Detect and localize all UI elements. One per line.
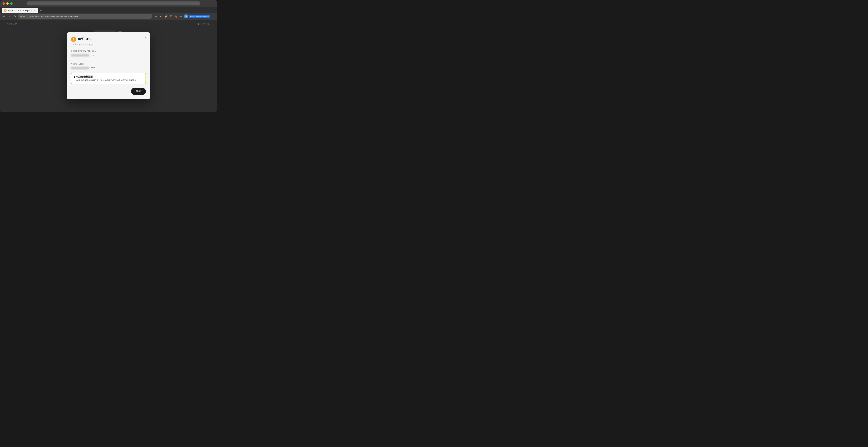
extension-icon-3[interactable]: 🔖 [174,14,178,19]
continue-button[interactable]: 继续 [131,88,146,95]
section1-label-text: 您将支付 477 AUD 购买 [73,50,96,53]
address-bar[interactable]: 🔒 okx.com/zh-hans/buy-BTC/offer-AUD-477?… [18,14,152,19]
bookmark-icon[interactable]: ★ [159,14,163,19]
mac-addressbar [27,1,200,5]
buy-btc-dialog: ₿ 购买 BTC × * 汇率可能含有实时波动 您将支付 477 AUD 购买 … [67,32,150,99]
active-tab[interactable]: ₿ 购买 BTC | BTC-AUD | 欧易 × [2,8,38,13]
dialog-section-pay: 您将支付 477 AUD 购买 USDT [71,50,146,57]
section1-currency: USDT [91,54,97,57]
tab-close-button[interactable]: × [33,9,36,12]
section-dot-2 [71,63,72,64]
section2-blurred-value [71,67,89,69]
extension-icon-2[interactable]: 🖼 [169,14,173,19]
tab-favicon: ₿ [4,9,6,12]
alert-info-icon: ℹ [74,75,75,78]
section2-currency: BTC [91,67,95,69]
window-minimize-button[interactable] [6,2,9,5]
forward-button[interactable]: → [7,14,12,19]
dialog-header: ₿ 购买 BTC [71,37,146,42]
dialog-coin-icon: ₿ [71,37,76,42]
section2-value-row: BTC [71,66,146,70]
extension-icon-1[interactable]: ⚡ [164,14,168,19]
tab-title: 购买 BTC | BTC-AUD | 欧易 [8,9,32,12]
alert-box: ℹ 保证金余额提醒 如果您的保证金余额不足，转入交易账户的资金将先用于补足保证金… [71,73,146,84]
extension-icon-4[interactable]: ⊕ [179,14,183,19]
ssl-lock-icon: 🔒 [20,15,22,18]
new-tab-button[interactable]: + [38,8,43,13]
translate-icon[interactable]: ⊞ [154,14,158,19]
dialog-subtitle: * 汇率可能含有实时波动 [71,43,146,46]
section2-label: 自动兑换为 [71,62,146,65]
reload-button[interactable]: ↻ [13,14,17,19]
dialog-overlay: ₿ 购买 BTC × * 汇率可能含有实时波动 您将支付 477 AUD 购买 … [0,20,217,111]
section2-label-text: 自动兑换为 [73,62,84,65]
browser-tabs-bar: ₿ 购买 BTC | BTC-AUD | 欧易 × + [0,7,217,13]
alert-title: 保证金余额提醒 [76,75,138,78]
dialog-title: 购买 BTC [78,37,90,41]
window-maximize-button[interactable] [10,2,12,5]
dialog-section-exchange: 自动兑换为 BTC [71,62,146,70]
new-chrome-badge[interactable]: New Chrome available [189,15,210,18]
dialog-close-button[interactable]: × [143,35,147,40]
alert-description: 如果您的保证金余额不足，转入交易账户的资金将先用于补足保证金。 [76,79,138,82]
mac-titlebar [0,0,217,7]
window-close-button[interactable] [3,2,5,5]
page-content: 快捷买币 📋 历史订单 BTC 您将支付 — AUD 支付方式 ₿ 购买 BTC… [0,20,217,111]
menu-button[interactable]: ⋮ [211,14,215,19]
section-dot-1 [71,51,72,52]
section1-label: 您将支付 477 AUD 购买 [71,50,146,53]
section1-value-row: USDT [71,54,146,57]
back-button[interactable]: ← [2,14,6,19]
toolbar-icons: ⊞ ★ ⚡ 🖼 🔖 ⊕ A New Chrome available ⋮ [154,14,215,19]
browser-toolbar: ← → ↻ 🔒 okx.com/zh-hans/buy-BTC/offer-AU… [0,13,217,20]
section1-blurred-value [71,54,89,57]
profile-avatar[interactable]: A [184,14,188,18]
url-text: okx.com/zh-hans/buy-BTC/offer-AUD-477?pr… [23,15,79,18]
alert-content: 保证金余额提醒 如果您的保证金余额不足，转入交易账户的资金将先用于补足保证金。 [76,75,138,82]
dialog-footer: 继续 [71,88,146,95]
mac-window-buttons [3,2,12,5]
